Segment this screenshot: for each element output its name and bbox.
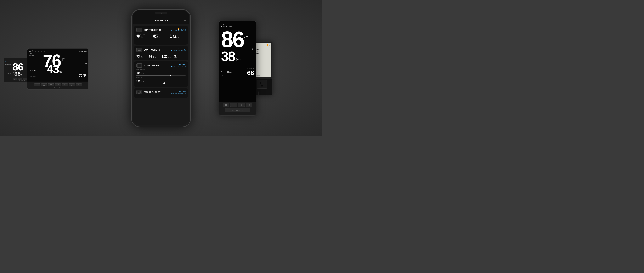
hygro-temp-label: TEMPERATURE [136,69,145,70]
tall-btn-set[interactable]: ⚙ [246,103,252,107]
small-ctrl-high-label: HIGH TEMP. [6,64,12,65]
phone-notch [155,12,167,14]
small-ctrl-brand: AC INFINITY [19,80,26,81]
large-ctrl-mode: AUTO [29,53,37,54]
device-icon-hygro [136,63,142,68]
outlet-wifi-icon: 📶 [267,44,269,46]
tall-down-arrow: ∨ [251,46,254,50]
small-ctrl-btn-menu[interactable]: ☰ [13,78,17,80]
tall-humidity: 38% ∧ [221,50,254,64]
hygro-hum-label: HUMIDITY [136,77,142,78]
large-ctrl-trans: TRANS. T° [30,76,36,77]
large-ctrl-brand: AC INFINITY [54,87,62,88]
main-scene: AUTO ✱ 12:08 AM HIGH TEMP. TRANS. T° 86°… [0,0,322,136]
hygro-hum-slider[interactable] [136,83,186,84]
device-icon-outlet [136,90,142,94]
expand-arrow[interactable]: ▼ [160,40,162,42]
large-ctrl-btn-down[interactable]: ▽ [48,84,54,86]
small-ctrl-btn-down[interactable]: ▽ [23,78,27,80]
large-ctrl-set: SET TO 70°F [79,72,86,78]
outlet-battery-icon: ▣ [269,44,270,46]
tall-brand-box: AC INFINITY [225,108,250,112]
ctrl69-id: 📶 E-G787H [171,28,186,30]
device-card-controller67[interactable]: CONTROLLER 67 ✱ A-C7YZ7 JUN 15, 2022, 2:… [134,46,188,60]
large-ctrl-footer: ☰ △ ▽ ⚙ ⊟ △ ▽ AC INFINITY [28,82,88,90]
hygro-temp-slider[interactable] [136,75,186,76]
tall-btn-down[interactable]: ▽ [238,103,245,107]
small-ctrl-humidity: 38% [14,71,22,77]
outlet-socket-2 [257,80,267,89]
bluetooth-icon: ✱ [178,48,180,50]
small-ctrl-mode: AUTO [6,59,9,61]
large-ctrl-temp-arrow: ∧ [85,61,87,64]
device-card-smart-outlet[interactable]: SMART OUTLET ✱ B-EJH16 JUN 15, 2022, 2:3… [134,88,188,98]
large-ctrl-btn-up2[interactable]: △ [69,84,75,86]
large-ctrl-time: 12:00 AM [79,50,86,52]
device-icon-ctrl67 [136,48,142,52]
hygro-temp-val: 78 [136,71,140,75]
large-ctrl-ch1: •1 ⊟ [34,50,36,52]
device-card-hygrometer[interactable]: HYGROMETER ✱ C-49N41 JUN 15, 2022, 2:31 … [134,62,188,87]
ctrl67-id: ✱ A-C7YZ7 [171,48,186,50]
status-dot [171,30,172,31]
large-ctrl-btn-set[interactable]: ⚙ [55,84,61,86]
outlet-time: JUN 15, 2022, 2:31 PM [171,92,186,94]
wifi-icon: 📶 [178,28,180,30]
large-ctrl-fan-speed: •10 [32,70,35,72]
tall-footer-btns: ☰ △ ▽ ⚙ [222,103,252,107]
outlet-id: ✱ B-EJH16 [171,90,186,92]
controller-tall: AUTO • HIGH TEMP. 86°F ∨ 38% ∧ 10:58 PM [219,21,256,116]
phone-camera [161,12,162,14]
hygro-name: HYGROMETER [144,64,170,67]
status-dot-4 [171,92,172,94]
ctrl67-name: CONTROLLER 67 [144,49,170,51]
ctrl67-time: JUN 15, 2022, 2:31 PM [171,50,186,52]
large-ctrl-humidity: 43% — [47,62,66,76]
bluetooth-icon-3: ✱ [179,90,180,92]
device-card-controller69[interactable]: CONTROLLER 69 📶 E-G787H JUN 14, 2022, 4:… [134,26,188,45]
large-ctrl-fan-icon: ❋ [30,70,31,72]
large-ctrl-fan-arrow: ↕ [35,70,36,72]
device-icon-ctrl69 [136,28,142,32]
small-ctrl-bt: ✱ [6,61,9,62]
hygro-id: ✱ C-49N41 [171,64,186,66]
tall-btn-up[interactable]: △ [230,103,237,107]
hygro-hum-val: 65 [136,79,140,83]
tall-temp: 86°F [221,28,254,50]
small-ctrl-trans-label: TRANS. T° [6,73,12,74]
phone-add-btn[interactable]: + [184,18,186,23]
phone-notch-bar [132,10,190,16]
phone-title: DEVICES [155,19,168,22]
ctrl67-readings: TEMPERATURE 73.8°F ↑ HUMIDITY 57.0% ↑ [136,54,186,58]
phone: DEVICES + CONTROLLER [131,9,191,127]
hygro-time: JUN 15, 2022, 2:31 PM [171,66,186,67]
tall-brand: AC INFINITY [232,110,243,111]
phone-content: CONTROLLER 69 📶 E-G787H JUN 14, 2022, 4:… [132,24,190,125]
small-ctrl-btn-up[interactable]: △ [18,78,22,80]
ctrl69-readings: TEMPERATURE 75.5°F ↓ HUMIDITY 52.0% — [136,34,186,38]
ctrl69-time: JUN 14, 2022, 4:52 PM [171,30,186,32]
outlet-cord-2 [258,92,259,95]
status-dot-2 [171,50,172,51]
large-ctrl-high-label: HIGH TEMP. [29,55,37,56]
bluetooth-icon-2: ✱ [179,64,180,66]
phone-header: DEVICES + [132,16,190,24]
outlet-name: SMART OUTLET [144,91,170,93]
large-ctrl-btn-link[interactable]: ⊟ [62,84,68,86]
tall-btn-menu[interactable]: ☰ [222,103,229,107]
tall-footer: ☰ △ ▽ ⚙ AC INFINITY [219,102,256,115]
large-ctrl-btn-menu[interactable]: ☰ [34,84,40,86]
tall-screen: AUTO • HIGH TEMP. 86°F ∨ 38% ∧ 10:58 PM [219,21,256,102]
large-ctrl-btn-down2[interactable]: ▽ [76,84,82,86]
tall-bottom-info: 10:58 PM ON SETTING % 68 [221,68,254,76]
large-ctrl-all: All [29,50,31,52]
tall-mode: AUTO [221,24,254,25]
large-ctrl-btn-up[interactable]: △ [41,84,47,86]
small-ctrl-unit: °F [23,65,24,68]
status-dot-3 [171,66,172,67]
controller-large: All ⊟ •1 ⊟ 2 ⊟ 5 3 ⊟ 9 [27,48,89,90]
ctrl69-name: CONTROLLER 69 [144,29,170,31]
